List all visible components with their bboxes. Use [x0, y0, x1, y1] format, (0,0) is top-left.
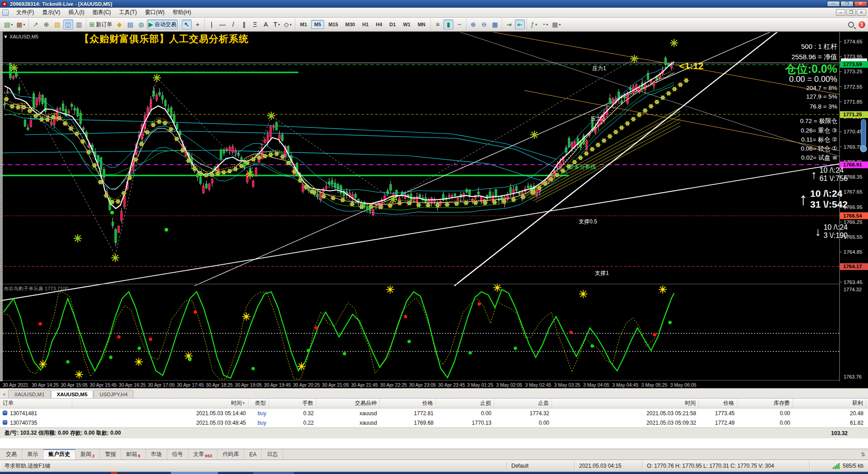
trendline-icon[interactable]: /	[228, 19, 238, 29]
depth-of-market-icon[interactable]: ▤	[125, 19, 135, 29]
label-dropdown-icon[interactable]: ▾	[278, 23, 280, 27]
column-header-9[interactable]: 价格	[699, 398, 737, 408]
column-header-3[interactable]: 手数	[269, 398, 316, 408]
label-icon[interactable]: T▾	[272, 19, 282, 29]
vertical-line-icon[interactable]: |	[207, 19, 217, 29]
column-header-7[interactable]: 止盈	[494, 398, 552, 408]
terminal-tab-1[interactable]: 展示	[22, 449, 43, 460]
timeframe-m30[interactable]: M30	[342, 20, 358, 29]
price-chart[interactable]: 1774.651773.951773.251772.551771.851771.…	[0, 32, 868, 388]
menu-item-4[interactable]: 工具(T)	[115, 8, 141, 17]
menu-item-1[interactable]: 显示(V)	[38, 8, 64, 17]
web-community-icon[interactable]: ◍	[136, 19, 146, 29]
menu-item-3[interactable]: 图表(C)	[89, 8, 115, 17]
data-window-panel-icon[interactable]: ▥	[74, 19, 84, 29]
terminal-tab-6[interactable]: 市场	[146, 449, 167, 460]
zoom-out-icon[interactable]: ⊖	[479, 19, 489, 29]
timeframe-m5[interactable]: M5	[311, 20, 324, 29]
terminal-tab-8[interactable]: 文章953	[189, 449, 218, 460]
chart-tab-usdjpy-h4[interactable]: USDJPY,H4	[94, 390, 133, 398]
terminal-tab-9[interactable]: 代码库	[217, 449, 244, 460]
column-header-2[interactable]: 类型	[249, 398, 269, 408]
column-header-4[interactable]: 交易品种	[316, 398, 380, 408]
menu-item-5[interactable]: 窗口(W)	[141, 8, 169, 17]
timeframe-h4[interactable]: H4	[373, 20, 385, 29]
new-order-button[interactable]: ⊞新订单	[88, 19, 114, 29]
text-icon[interactable]: A	[261, 19, 271, 29]
cursor-icon[interactable]: ↖	[182, 19, 192, 29]
shapes-dropdown-icon[interactable]: ▾	[290, 23, 292, 27]
new-chart-icon[interactable]: ▤▾	[3, 19, 14, 29]
new-chart-dropdown-icon[interactable]: ▾	[11, 23, 13, 27]
profiles-dropdown-icon[interactable]: ▾	[23, 23, 25, 27]
candle-chart-type-icon[interactable]: ▮	[443, 19, 453, 29]
column-header-5[interactable]: 价格	[380, 398, 436, 408]
auto-scroll-icon[interactable]: ⇤	[515, 19, 525, 29]
close-tabs-icon[interactable]: ×	[1, 392, 8, 398]
templates-icon[interactable]: ▩▾	[551, 19, 562, 29]
status-profile[interactable]: Default	[506, 462, 574, 470]
chart-tab-xauusd-m5[interactable]: XAUUSD,M5	[51, 390, 94, 398]
terminal-tab-2[interactable]: 账户历史	[43, 449, 75, 460]
timeframe-h1[interactable]: H1	[359, 20, 372, 29]
crosshair-target-icon[interactable]: ⊕	[42, 19, 52, 29]
chart-area[interactable]: 1774.651773.951773.251772.551771.851771.…	[0, 32, 868, 388]
maximize-button[interactable]: ❐	[840, 1, 854, 7]
menu-item-6[interactable]: 帮助(H)	[169, 8, 195, 17]
terminal-tab-0[interactable]: 交易	[1, 449, 22, 460]
search-icon[interactable]	[848, 22, 854, 28]
column-header-0[interactable]: 订单	[0, 398, 72, 408]
zoom-in-icon[interactable]: ⊕	[468, 19, 478, 29]
column-header-6[interactable]: 止损	[436, 398, 494, 408]
timeframe-m15[interactable]: M15	[325, 20, 341, 29]
column-header-1[interactable]: 时间 ▼	[72, 398, 249, 408]
shapes-icon[interactable]: ◇▾	[283, 19, 293, 29]
order-row-0[interactable]: 1307414812021.05.03 05:14:40buy0.32xauus…	[0, 408, 868, 418]
equidistant-channel-icon[interactable]: ∥	[239, 19, 249, 29]
notification-badge[interactable]: 1	[859, 21, 865, 28]
tile-windows-icon[interactable]: ▦	[490, 19, 500, 29]
profiles-icon[interactable]: ▦▾	[15, 19, 26, 29]
order-row-1[interactable]: 1307407352021.05.03 03:48:45buy0.22xauus…	[0, 418, 868, 427]
windows-taskbar[interactable]	[0, 472, 868, 474]
column-header-8[interactable]: 时间	[552, 398, 699, 408]
timeframe-mn[interactable]: MN	[415, 20, 429, 29]
child-close-button[interactable]: ×	[857, 9, 866, 16]
alert-horn-icon[interactable]: ◆	[114, 19, 124, 29]
orders-table-header[interactable]: 订单时间 ▼类型手数交易品种价格止损止盈时间价格库存费获利	[0, 398, 868, 408]
timeframe-d1[interactable]: D1	[386, 20, 399, 29]
periods-icon[interactable]: ◔▾	[540, 19, 550, 29]
column-header-10[interactable]: 库存费	[737, 398, 793, 408]
minimize-button[interactable]: —	[827, 1, 840, 7]
crosshair-icon[interactable]: +	[193, 19, 203, 29]
chart-symbol-label[interactable]: ▼ XAUUSD,M5	[3, 34, 38, 39]
terminal-tab-11[interactable]: 日志	[262, 449, 283, 460]
close-button[interactable]: ✕	[854, 1, 867, 7]
history-folder-icon[interactable]: ▧	[52, 19, 62, 29]
terminal-tab-10[interactable]: EA	[244, 449, 262, 460]
child-restore-button[interactable]: ❐	[846, 9, 856, 16]
periods-dropdown-icon[interactable]: ▾	[546, 23, 548, 27]
templates-dropdown-icon[interactable]: ▾	[559, 23, 561, 27]
terminal-tab-3[interactable]: 新闻2	[75, 449, 100, 460]
timeframe-w1[interactable]: W1	[400, 20, 414, 29]
chart-tab-xauusd-m1[interactable]: XAUUSD,M1	[8, 390, 50, 398]
child-minimize-button[interactable]: –	[836, 9, 845, 16]
horizontal-line-icon[interactable]: —	[217, 19, 227, 29]
refresh-icon[interactable]: ↗	[31, 19, 41, 29]
terminal-tab-7[interactable]: 信号	[167, 449, 189, 460]
terminal-tab-5[interactable]: 邮箱6	[121, 449, 146, 460]
column-header-11[interactable]: 获利	[793, 398, 866, 408]
chart-shift-icon[interactable]: ⇥	[504, 19, 514, 29]
indicators-icon[interactable]: ƒ▾	[529, 19, 539, 29]
auto-trading-button[interactable]: ▶自动交易	[147, 19, 178, 29]
bar-chart-type-icon[interactable]: ≡	[433, 19, 443, 29]
timeframe-m1[interactable]: M1	[297, 20, 310, 29]
panel-scroll-icons[interactable]: ⇅	[861, 449, 865, 460]
menu-item-0[interactable]: 文件(F)	[12, 8, 38, 17]
indicators-dropdown-icon[interactable]: ▾	[535, 23, 537, 27]
menu-item-2[interactable]: 插入(I)	[64, 8, 88, 17]
terminal-tab-4[interactable]: 警报	[100, 449, 121, 460]
market-watch-panel-icon[interactable]: ◫	[63, 19, 73, 29]
line-chart-type-icon[interactable]: ~	[454, 19, 464, 29]
